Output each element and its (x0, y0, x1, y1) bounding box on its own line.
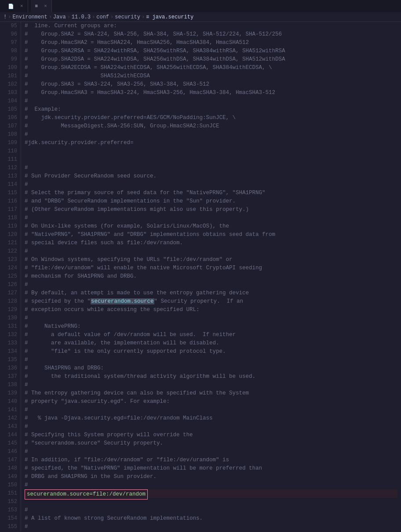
line-number: 96 (4, 30, 17, 39)
code-line: # are available, the implementation will… (25, 339, 397, 347)
code-line: # Example: (25, 105, 397, 114)
code-line: # (25, 356, 397, 364)
line-number: 115 (4, 189, 17, 197)
breadcrumb-security[interactable]: security (115, 14, 140, 20)
code-line: # mechanism for SHA1PRNG and DRBG. (25, 272, 397, 281)
code-line: # (25, 130, 397, 139)
code-line: # (25, 281, 397, 289)
tab-md[interactable]: 📄 × (4, 0, 28, 12)
code-line: # Select the primary source of seed data… (25, 189, 397, 197)
line-number: 145 (4, 439, 17, 448)
line-number: 149 (4, 473, 17, 481)
line-number: 97 (4, 39, 17, 47)
line-number: 112 (4, 164, 17, 172)
code-line: # (25, 97, 397, 105)
line-number: 108 (4, 130, 17, 139)
breadcrumb-version[interactable]: 11.0.3 (72, 14, 91, 20)
line-number: 101 (4, 72, 17, 80)
line-number: 113 (4, 172, 17, 181)
line-number: 135 (4, 356, 17, 364)
code-line (25, 147, 397, 156)
code-line: # specified, the "NativePRNG" implementa… (25, 464, 397, 473)
title-bar: 📄 × ≡ × (0, 0, 401, 12)
line-number: 152 (4, 498, 17, 506)
code-line: # (25, 164, 397, 172)
line-number: 154 (4, 514, 17, 523)
code-line: # "NativePRNG", "SHA1PRNG" and "DRBG" im… (25, 231, 397, 239)
code-line: # (25, 314, 397, 322)
breadcrumb-java[interactable]: Java (53, 14, 66, 20)
tab-java-security[interactable]: ≡ × (31, 0, 52, 12)
tab-md-close[interactable]: × (20, 4, 23, 9)
code-line: # A list of known strong SecureRandom im… (25, 514, 397, 523)
line-number: 125 (4, 272, 17, 281)
breadcrumb-root[interactable]: ! (4, 14, 7, 20)
line-number: 138 (4, 381, 17, 389)
line-number: 118 (4, 214, 17, 222)
code-line: # Group.HmacSHA2 = HmacSHA224, HmacSHA25… (25, 39, 397, 47)
code-line: # (25, 448, 397, 456)
code-line: # (25, 181, 397, 189)
code-line (25, 156, 397, 164)
code-line: # line. Current groups are: (25, 22, 397, 30)
java-security-icon: ≡ (35, 4, 38, 9)
line-number: 126 (4, 281, 17, 289)
code-line: # % java -Djava.security.egd=file:/dev/r… (25, 414, 397, 423)
code-line: #jdk.security.provider.preferred= (25, 139, 397, 147)
line-number: 150 (4, 481, 17, 489)
code-line: # (25, 214, 397, 222)
tab-java-security-close[interactable]: × (44, 4, 47, 9)
code-line: # "file" is the only currently supported… (25, 347, 397, 356)
line-number: 151 (4, 489, 17, 498)
code-line: # (25, 381, 397, 389)
line-number: 123 (4, 256, 17, 264)
line-number: 147 (4, 456, 17, 464)
breadcrumb-environment[interactable]: Environment (12, 14, 47, 20)
line-number: 110 (4, 147, 17, 156)
code-line: # Group.SHA2 = SHA-224, SHA-256, SHA-384… (25, 30, 397, 39)
code-line: # Group.SHA2RSA = SHA224withRSA, SHA256w… (25, 47, 397, 55)
code-line: # a default value of /dev/random will be… (25, 331, 397, 339)
code-line: # SHA512withECDSA (25, 72, 397, 80)
code-area: 9596979899100101102103104105106107108109… (0, 22, 401, 531)
code-line: # special device files such as file:/dev… (25, 239, 397, 247)
line-number: 140 (4, 398, 17, 406)
code-line: # property "java.security.egd". For exam… (25, 398, 397, 406)
line-number: 116 (4, 197, 17, 206)
line-number: 95 (4, 22, 17, 30)
line-number: 104 (4, 97, 17, 105)
code-line: # jdk.security.provider.preferred=AES/GC… (25, 114, 397, 122)
code-line: # (Other SecureRandom implementations mi… (25, 206, 397, 214)
breadcrumb-file: ≡ java.security (146, 14, 193, 20)
line-number: 127 (4, 289, 17, 297)
line-number: 103 (4, 89, 17, 97)
line-number: 117 (4, 206, 17, 214)
code-line: # SHA1PRNG and DRBG: (25, 364, 397, 373)
code-content[interactable]: # line. Current groups are:# Group.SHA2 … (21, 22, 401, 531)
md-icon: 📄 (8, 4, 14, 9)
line-number: 130 (4, 314, 17, 322)
code-line: # Group.HmacSHA3 = HmacSHA3-224, HmacSHA… (25, 89, 397, 97)
line-number: 148 (4, 464, 17, 473)
code-line: # "securerandom.source" Security propert… (25, 439, 397, 448)
code-line: # (25, 247, 397, 256)
line-number: 124 (4, 264, 17, 272)
code-line: # (25, 423, 397, 431)
code-line: # DRBG and SHA1PRNG in the Sun provider. (25, 473, 397, 481)
line-number: 141 (4, 406, 17, 414)
line-number: 131 (4, 322, 17, 331)
line-number: 121 (4, 239, 17, 247)
code-line: # "file:/dev/urandom" will enable the na… (25, 264, 397, 272)
line-number: 120 (4, 231, 17, 239)
code-line: # NativePRNG: (25, 322, 397, 331)
code-line: # Sun Provider SecureRandom seed source. (25, 172, 397, 181)
line-number: 111 (4, 156, 17, 164)
line-number: 155 (4, 523, 17, 531)
breadcrumb-conf[interactable]: conf (96, 14, 109, 20)
code-line: # specified by the "securerandom.source"… (25, 297, 397, 306)
line-number: 105 (4, 105, 17, 114)
code-line: # On Windows systems, specifying the URL… (25, 256, 397, 264)
code-line: # (25, 506, 397, 514)
code-line: # the traditional system/thread activity… (25, 373, 397, 381)
line-number: 133 (4, 339, 17, 347)
